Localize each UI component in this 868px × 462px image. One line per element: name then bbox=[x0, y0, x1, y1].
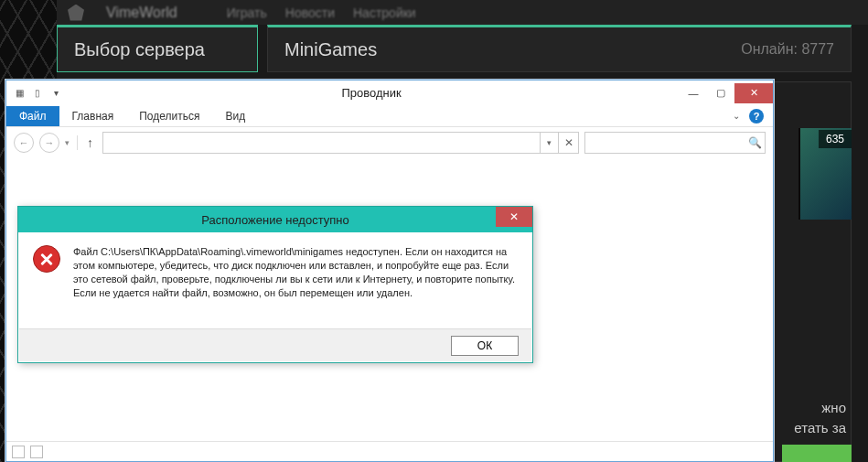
qat-dropdown-icon[interactable]: ▾ bbox=[48, 86, 63, 101]
dialog-body: Файл C:\Users\ПК\AppData\Roaming\.vimewo… bbox=[18, 232, 532, 308]
address-bar[interactable]: ▾ ✕ bbox=[102, 132, 579, 154]
tab-server-label: Выбор сервера bbox=[74, 39, 205, 60]
nav-settings[interactable]: Настройки bbox=[353, 5, 416, 20]
icons-view-icon[interactable] bbox=[30, 446, 43, 458]
details-view-icon[interactable] bbox=[12, 446, 25, 458]
address-input[interactable] bbox=[103, 133, 540, 153]
refresh-icon[interactable]: ✕ bbox=[558, 133, 578, 153]
quick-access-toolbar: ▦ ▯ ▾ bbox=[6, 86, 63, 101]
green-button-partial[interactable] bbox=[782, 445, 852, 462]
help-icon[interactable]: ? bbox=[749, 109, 764, 124]
dialog-message: Файл C:\Users\ПК\AppData\Roaming\.vimewo… bbox=[73, 245, 518, 299]
tab-server-select[interactable]: Выбор сервера bbox=[57, 25, 258, 72]
ribbon-right: ⌄ ? bbox=[733, 109, 773, 124]
app-header: VimeWorld Играть Новости Настройки bbox=[57, 0, 868, 25]
online-count: Онлайн: 8777 bbox=[741, 41, 834, 58]
ok-label: ОК bbox=[477, 339, 492, 352]
explorer-titlebar[interactable]: ▦ ▯ ▾ Проводник — ▢ ✕ bbox=[6, 81, 773, 105]
window-controls: — ▢ ✕ bbox=[680, 83, 773, 103]
ok-button[interactable]: ОК bbox=[451, 336, 519, 356]
ribbon-tabs: Файл Главная Поделиться Вид ⌄ ? bbox=[6, 105, 773, 127]
search-icon[interactable]: 🔍 bbox=[745, 136, 765, 149]
tab-share[interactable]: Поделиться bbox=[126, 106, 212, 126]
search-input[interactable] bbox=[585, 136, 745, 149]
tab-minigames[interactable]: MiniGames Онлайн: 8777 bbox=[267, 25, 852, 72]
minimize-button[interactable]: — bbox=[680, 83, 707, 103]
server-bar: Выбор сервера MiniGames Онлайн: 8777 bbox=[57, 25, 852, 72]
dialog-close-button[interactable]: ✕ bbox=[496, 207, 532, 227]
status-bar bbox=[6, 441, 773, 461]
tab-file[interactable]: Файл bbox=[6, 106, 59, 126]
close-button[interactable]: ✕ bbox=[734, 83, 773, 103]
header-nav: Играть Новости Настройки bbox=[227, 5, 416, 20]
logo-icon bbox=[68, 5, 84, 21]
partial-text-1: жно bbox=[794, 398, 846, 418]
search-box[interactable]: 🔍 bbox=[584, 132, 766, 154]
dialog-titlebar[interactable]: Расположение недоступно ✕ bbox=[18, 207, 532, 232]
partial-text-2: етать за bbox=[794, 418, 846, 438]
maximize-button[interactable]: ▢ bbox=[707, 83, 734, 103]
error-icon bbox=[33, 245, 60, 273]
navigation-row: ← → ▾ ↑ ▾ ✕ 🔍 bbox=[6, 127, 773, 158]
recent-dropdown-icon[interactable]: ▾ bbox=[65, 138, 70, 147]
thumbnail-badge: 635 bbox=[819, 130, 852, 148]
nav-news[interactable]: Новости bbox=[285, 5, 335, 20]
up-button[interactable]: ↑ bbox=[77, 135, 97, 150]
tab-home[interactable]: Главная bbox=[59, 106, 127, 126]
chevron-down-icon[interactable]: ⌄ bbox=[733, 111, 740, 121]
dialog-footer: ОК bbox=[19, 328, 531, 361]
tab-view[interactable]: Вид bbox=[212, 106, 258, 126]
new-folder-icon[interactable]: ▯ bbox=[30, 86, 45, 101]
nav-play[interactable]: Играть bbox=[227, 5, 267, 20]
back-button[interactable]: ← bbox=[14, 133, 34, 153]
partial-text: жно етать за bbox=[794, 398, 846, 438]
tab-minigames-label: MiniGames bbox=[284, 39, 377, 60]
error-dialog: Расположение недоступно ✕ Файл C:\Users\… bbox=[17, 206, 533, 363]
explorer-title: Проводник bbox=[63, 86, 680, 100]
brand-name: VimeWorld bbox=[106, 5, 177, 21]
properties-icon[interactable]: ▦ bbox=[12, 86, 27, 101]
forward-button[interactable]: → bbox=[39, 133, 59, 153]
address-dropdown-icon[interactable]: ▾ bbox=[540, 133, 558, 153]
dialog-title: Расположение недоступно bbox=[201, 213, 348, 227]
